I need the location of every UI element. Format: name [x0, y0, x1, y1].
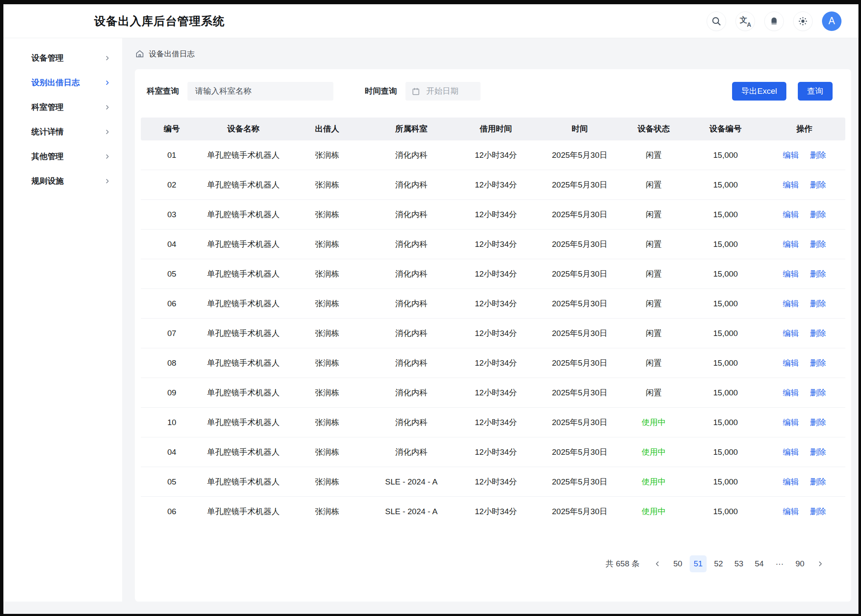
delete-link[interactable]: 删除: [810, 239, 826, 250]
table-row: 05单孔腔镜手术机器人张润栋消化内科12小时34分2025年5月30日闲置15,…: [141, 259, 845, 289]
home-icon[interactable]: [135, 49, 145, 59]
cell-duration: 12小时34分: [452, 358, 540, 369]
sidebar-item[interactable]: 设备管理: [31, 49, 110, 67]
cell-borrower: 张润栋: [284, 298, 370, 309]
main-card: 科室查询 时间查询 开始日期 导出Excel 查询: [135, 69, 851, 602]
cell-actions: 编辑删除: [763, 150, 845, 161]
sidebar-item[interactable]: 规则设施: [31, 172, 110, 190]
cell-duration: 12小时34分: [452, 298, 540, 309]
delete-link[interactable]: 删除: [810, 179, 826, 190]
cell-code: 15,000: [688, 388, 763, 398]
page-number[interactable]: 53: [730, 555, 747, 572]
cell-id: 06: [141, 299, 203, 308]
cell-duration: 12小时34分: [452, 387, 540, 398]
delete-link[interactable]: 删除: [810, 417, 826, 428]
edit-link[interactable]: 编辑: [783, 179, 799, 190]
delete-link[interactable]: 删除: [810, 298, 826, 309]
breadcrumb: 设备出借日志: [135, 38, 851, 69]
delete-link[interactable]: 删除: [810, 447, 826, 458]
pagination-total: 共 658 条: [606, 558, 640, 569]
prev-page-icon[interactable]: [650, 555, 665, 572]
breadcrumb-label[interactable]: 设备出借日志: [149, 49, 195, 59]
page-number[interactable]: 52: [710, 555, 727, 572]
edit-link[interactable]: 编辑: [783, 417, 799, 428]
edit-link[interactable]: 编辑: [783, 506, 799, 517]
edit-link[interactable]: 编辑: [783, 447, 799, 458]
sidebar-item-label: 科室管理: [31, 102, 64, 113]
query-button[interactable]: 查询: [798, 82, 833, 101]
table-row: 02单孔腔镜手术机器人张润栋消化内科12小时34分2025年5月30日闲置15,…: [141, 170, 845, 200]
delete-link[interactable]: 删除: [810, 506, 826, 517]
column-header: 编号: [141, 123, 203, 134]
cell-actions: 编辑删除: [763, 476, 845, 487]
cell-actions: 编辑删除: [763, 387, 845, 398]
page-number[interactable]: 90: [791, 555, 808, 572]
cell-date: 2025年5月30日: [540, 476, 620, 487]
start-date-picker[interactable]: 开始日期: [405, 82, 481, 101]
edit-link[interactable]: 编辑: [783, 150, 799, 161]
cell-status: 闲置: [620, 328, 687, 339]
page-number[interactable]: 51: [690, 555, 707, 572]
cell-id: 03: [141, 210, 203, 219]
cell-dept: 消化内科: [370, 358, 452, 369]
table-row: 08单孔腔镜手术机器人张润栋消化内科12小时34分2025年5月30日闲置15,…: [141, 348, 845, 378]
cell-status: 闲置: [620, 150, 687, 161]
edit-link[interactable]: 编辑: [783, 269, 799, 280]
cell-name: 单孔腔镜手术机器人: [203, 209, 284, 220]
delete-link[interactable]: 删除: [810, 358, 826, 369]
delete-link[interactable]: 删除: [810, 387, 826, 398]
cell-borrower: 张润栋: [284, 506, 370, 517]
cell-dept: 消化内科: [370, 239, 452, 250]
cell-id: 04: [141, 448, 203, 457]
cell-id: 09: [141, 388, 203, 398]
delete-link[interactable]: 删除: [810, 328, 826, 339]
edit-link[interactable]: 编辑: [783, 328, 799, 339]
page-ellipsis[interactable]: ···: [771, 555, 788, 572]
edit-link[interactable]: 编辑: [783, 358, 799, 369]
sidebar-item[interactable]: 统计详情: [31, 123, 110, 141]
edit-link[interactable]: 编辑: [783, 387, 799, 398]
avatar[interactable]: A: [822, 11, 841, 31]
sidebar-item[interactable]: 科室管理: [31, 98, 110, 116]
page-number[interactable]: 54: [751, 555, 768, 572]
cell-name: 单孔腔镜手术机器人: [203, 476, 284, 487]
cell-duration: 12小时34分: [452, 269, 540, 280]
cell-duration: 12小时34分: [452, 328, 540, 339]
delete-link[interactable]: 删除: [810, 269, 826, 280]
cell-dept: 消化内科: [370, 179, 452, 190]
cell-date: 2025年5月30日: [540, 150, 620, 161]
cell-status: 闲置: [620, 209, 687, 220]
table-row: 09单孔腔镜手术机器人张润栋消化内科12小时34分2025年5月30日闲置15,…: [141, 378, 845, 408]
cell-name: 单孔腔镜手术机器人: [203, 447, 284, 458]
sidebar-item[interactable]: 设别出借日志: [31, 74, 110, 92]
page-number[interactable]: 50: [669, 555, 686, 572]
cell-borrower: 张润栋: [284, 447, 370, 458]
edit-link[interactable]: 编辑: [783, 209, 799, 220]
export-excel-button[interactable]: 导出Excel: [732, 82, 786, 101]
table-row: 10单孔腔镜手术机器人张润栋消化内科12小时34分2025年5月30日使用中15…: [141, 408, 845, 437]
next-page-icon[interactable]: [813, 555, 828, 572]
edit-link[interactable]: 编辑: [783, 239, 799, 250]
notification-icon[interactable]: [764, 11, 784, 31]
search-icon[interactable]: [707, 11, 726, 31]
app-window: 设备出入库后台管理系统 文 A: [3, 4, 858, 614]
delete-link[interactable]: 删除: [810, 476, 826, 487]
cell-duration: 12小时34分: [452, 417, 540, 428]
cell-actions: 编辑删除: [763, 506, 845, 517]
delete-link[interactable]: 删除: [810, 209, 826, 220]
cell-code: 15,000: [688, 210, 763, 219]
translate-icon[interactable]: 文 A: [735, 11, 755, 31]
theme-icon[interactable]: [793, 11, 813, 31]
column-header: 设备状态: [620, 123, 687, 134]
sidebar-item-label: 其他管理: [31, 151, 64, 162]
edit-link[interactable]: 编辑: [783, 298, 799, 309]
edit-link[interactable]: 编辑: [783, 476, 799, 487]
table-body: 01单孔腔镜手术机器人张润栋消化内科12小时34分2025年5月30日闲置15,…: [141, 140, 845, 526]
cell-code: 15,000: [688, 151, 763, 160]
sidebar-item[interactable]: 其他管理: [31, 148, 110, 165]
dept-filter-label: 科室查询: [147, 86, 179, 97]
chevron-right-icon: [104, 129, 110, 135]
chevron-right-icon: [104, 55, 110, 61]
delete-link[interactable]: 删除: [810, 150, 826, 161]
dept-search-input[interactable]: [187, 82, 333, 101]
